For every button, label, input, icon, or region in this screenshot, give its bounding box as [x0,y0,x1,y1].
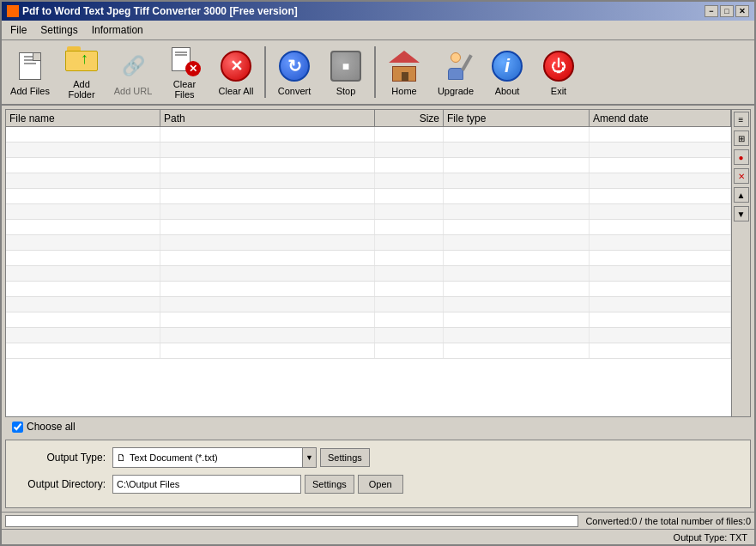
clear-all-label: Clear All [219,86,254,96]
output-type-select-wrapper[interactable]: 🗋 Text Document (*.txt) ▼ [112,447,317,468]
about-icon: i [489,48,525,84]
table-row [6,158,731,173]
column-size: Size [375,110,444,126]
file-table: File name Path Size File type Amend date [6,110,731,416]
output-dir-row: Output Directory: Settings Open [20,475,736,494]
side-remove-button[interactable]: ● [734,149,749,165]
stop-label: Stop [336,86,356,96]
choose-all-label[interactable]: Choose all [27,421,76,433]
home-button[interactable]: Home [379,42,429,102]
output-dir-open-button[interactable]: Open [358,475,403,494]
status-text: Converted:0 / the total number of files:… [585,516,751,526]
table-row [6,297,731,312]
stop-button[interactable]: ■ Stop [321,42,371,102]
upgrade-icon [438,48,474,84]
add-url-button: 🔗 Add URL [108,42,158,102]
convert-label: Convert [278,86,311,96]
choose-all-checkbox[interactable] [12,422,23,433]
output-type-arrow[interactable]: ▼ [302,448,316,467]
menu-file[interactable]: File [5,22,32,38]
column-filetype: File type [444,110,590,126]
add-files-label: Add Files [10,86,50,96]
add-files-button[interactable]: Add Files [5,42,55,102]
side-x-button[interactable]: ✕ [734,168,749,184]
output-type-row: Output Type: 🗋 Text Document (*.txt) ▼ S… [20,447,736,468]
add-folder-icon: ↑ [64,45,100,77]
output-type-label: Output Type: [20,452,106,464]
add-folder-button[interactable]: ↑ Add Folder [57,42,106,102]
maximize-button[interactable]: □ [720,5,734,17]
side-select-button[interactable]: ≡ [734,112,749,127]
column-amenddate: Amend date [590,110,731,126]
convert-icon: ↻ [276,48,312,84]
column-filename: File name [6,110,160,126]
clear-files-label: Clear Files [162,79,207,100]
output-dir-label: Output Directory: [20,478,106,490]
upgrade-button[interactable]: Upgrade [431,42,481,102]
upgrade-label: Upgrade [438,86,474,96]
table-row [6,127,731,143]
about-button[interactable]: i About [482,42,532,102]
output-type-bar: Output Type: TXT [2,529,754,544]
table-row [6,328,731,343]
menu-information[interactable]: Information [87,22,148,38]
output-type-control: 🗋 Text Document (*.txt) ▼ Settings [112,447,370,468]
output-dir-control: Settings Open [112,475,403,494]
column-path: Path [160,110,375,126]
title-bar-left: Pdf to Word Text Jpeg Tiff Converter 300… [7,5,298,17]
output-dir-settings-button[interactable]: Settings [305,475,354,494]
bottom-panel: Output Type: 🗋 Text Document (*.txt) ▼ S… [5,440,751,508]
main-window: Pdf to Word Text Jpeg Tiff Converter 300… [0,0,756,546]
table-row [6,189,731,204]
table-row [6,220,731,235]
about-label: About [495,86,520,96]
table-body[interactable] [6,127,731,416]
side-up-button[interactable]: ▲ [734,187,749,203]
window-title: Pdf to Word Text Jpeg Tiff Converter 300… [22,5,298,17]
exit-button[interactable]: ⏻ Exit [534,42,584,102]
right-panel: ≡ ⊞ ● ✕ ▲ ▼ [731,110,750,416]
table-row [6,143,731,158]
side-down-button[interactable]: ▼ [734,206,749,221]
app-icon [7,5,19,17]
table-row [6,312,731,328]
choose-all-row: Choose all [5,417,751,436]
home-icon [386,48,422,84]
table-row [6,266,731,282]
add-files-icon [12,48,48,84]
table-row [6,204,731,220]
home-label: Home [391,86,416,96]
stop-icon: ■ [328,48,364,84]
title-buttons: − □ ✕ [705,5,749,17]
title-bar: Pdf to Word Text Jpeg Tiff Converter 300… [2,2,754,21]
add-url-icon: 🔗 [115,48,151,84]
table-row [6,235,731,251]
side-page-button[interactable]: ⊞ [734,130,749,146]
clear-files-button[interactable]: ✕ Clear Files [160,42,209,102]
clear-all-button[interactable]: ✕ Clear All [211,42,261,102]
minimize-button[interactable]: − [705,5,718,17]
output-dir-input[interactable] [112,475,301,494]
clear-files-icon: ✕ [166,45,203,77]
table-row [6,251,731,266]
table-row [6,282,731,297]
status-bar: Converted:0 / the total number of files:… [2,512,754,529]
close-button[interactable]: ✕ [735,5,749,17]
table-row [6,343,731,359]
output-type-bar-text: Output Type: TXT [674,532,747,543]
add-url-label: Add URL [114,86,153,96]
output-type-settings-button[interactable]: Settings [320,448,370,467]
convert-button[interactable]: ↻ Convert [269,42,319,102]
menu-settings[interactable]: Settings [35,22,82,38]
toolbar-separator-1 [264,46,266,98]
table-header: File name Path Size File type Amend date [6,110,731,127]
menu-bar: File Settings Information [2,21,754,40]
exit-label: Exit [551,86,566,96]
exit-icon: ⏻ [541,48,577,84]
clear-all-icon: ✕ [218,48,254,84]
toolbar-separator-2 [374,46,376,98]
table-row [6,173,731,189]
progress-bar-container [5,515,578,527]
output-type-value: Text Document (*.txt) [130,452,299,463]
file-table-container: File name Path Size File type Amend date [5,109,751,417]
